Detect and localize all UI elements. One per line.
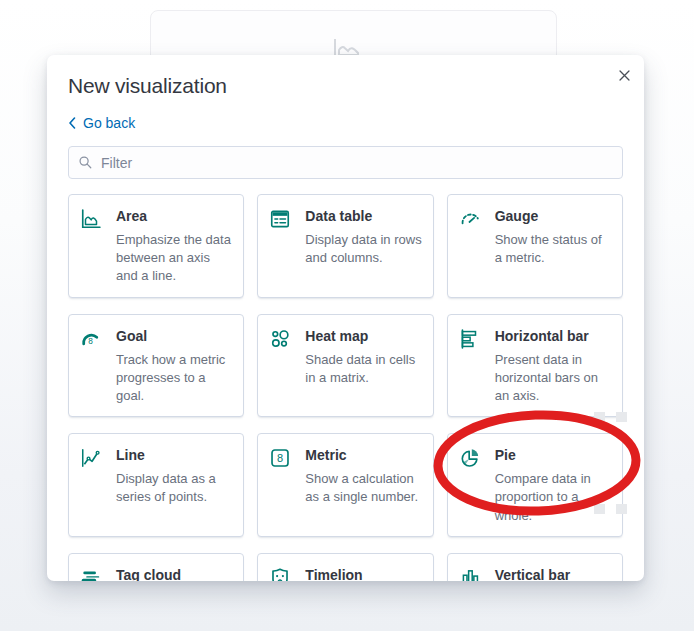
vis-card-metric[interactable]: 8 Metric Show a calculation as a single … <box>257 433 433 537</box>
vis-card-tag-cloud[interactable]: Tag cloud Display word frequency with fo… <box>68 553 244 581</box>
vis-card-title: Timelion <box>305 565 421 581</box>
horizontal-bar-icon <box>459 328 481 350</box>
svg-text:8: 8 <box>277 452 283 464</box>
vis-card-title: Vertical bar <box>495 565 611 581</box>
vertical-bar-icon <box>459 567 481 581</box>
vis-card-description: Shade data in cells in a matrix. <box>305 351 421 387</box>
filter-field-wrap <box>68 146 623 179</box>
vis-card-title: Line <box>116 445 232 465</box>
vis-card-title: Goal <box>116 326 232 346</box>
vis-card-timelion[interactable]: Timelion Show time series data on a grap… <box>257 553 433 581</box>
vis-card-line[interactable]: Line Display data as a series of points. <box>68 433 244 537</box>
gauge-icon <box>459 208 481 230</box>
vis-card-pie[interactable]: Pie Compare data in proportion to a whol… <box>447 433 623 537</box>
vis-card-description: Present data in horizontal bars on an ax… <box>495 351 611 406</box>
vis-card-title: Area <box>116 206 232 226</box>
page-title: New visualization <box>68 73 623 98</box>
vis-card-title: Heat map <box>305 326 421 346</box>
new-visualization-modal: New visualization Go back Area Emphasize… <box>47 55 644 581</box>
magnifier-icon <box>78 155 93 170</box>
vis-card-title: Data table <box>305 206 421 226</box>
tag-cloud-icon <box>80 567 102 581</box>
vis-card-description: Track how a metric progresses to a goal. <box>116 351 232 406</box>
vis-card-description: Show a calculation as a single number. <box>305 470 421 506</box>
goal-icon: 8 <box>80 328 102 350</box>
vis-card-title: Horizontal bar <box>495 326 611 346</box>
vis-card-data-table[interactable]: Data table Display data in rows and colu… <box>257 194 433 298</box>
vis-card-title: Tag cloud <box>116 565 232 581</box>
vis-card-title: Pie <box>495 445 611 465</box>
vis-card-gauge[interactable]: Gauge Show the status of a metric. <box>447 194 623 298</box>
vis-card-horizontal-bar[interactable]: Horizontal bar Present data in horizonta… <box>447 314 623 418</box>
svg-text:8: 8 <box>88 336 93 345</box>
go-back-label: Go back <box>83 113 135 133</box>
close-icon[interactable] <box>612 63 636 87</box>
vis-card-description: Show the status of a metric. <box>495 231 611 267</box>
filter-input[interactable] <box>68 146 623 179</box>
vis-card-title: Gauge <box>495 206 611 226</box>
timelion-icon <box>269 567 291 581</box>
vis-card-area[interactable]: Area Emphasize the data between an axis … <box>68 194 244 298</box>
vis-card-description: Compare data in proportion to a whole. <box>495 470 611 525</box>
heat-map-icon <box>269 328 291 350</box>
area-icon <box>80 208 102 230</box>
visualization-card-grid: Area Emphasize the data between an axis … <box>68 194 623 581</box>
chevron-left-icon <box>68 117 76 129</box>
data-table-icon <box>269 208 291 230</box>
vis-card-description: Display data in rows and columns. <box>305 231 421 267</box>
go-back-link[interactable]: Go back <box>68 113 135 133</box>
vis-card-description: Emphasize the data between an axis and a… <box>116 231 232 286</box>
pie-icon <box>459 447 481 469</box>
metric-icon: 8 <box>269 447 291 469</box>
line-icon <box>80 447 102 469</box>
vis-card-vertical-bar[interactable]: Vertical bar Present data in vertical ba… <box>447 553 623 581</box>
vis-card-title: Metric <box>305 445 421 465</box>
vis-card-goal[interactable]: 8 Goal Track how a metric progresses to … <box>68 314 244 418</box>
vis-card-heat-map[interactable]: Heat map Shade data in cells in a matrix… <box>257 314 433 418</box>
vis-card-description: Display data as a series of points. <box>116 470 232 506</box>
